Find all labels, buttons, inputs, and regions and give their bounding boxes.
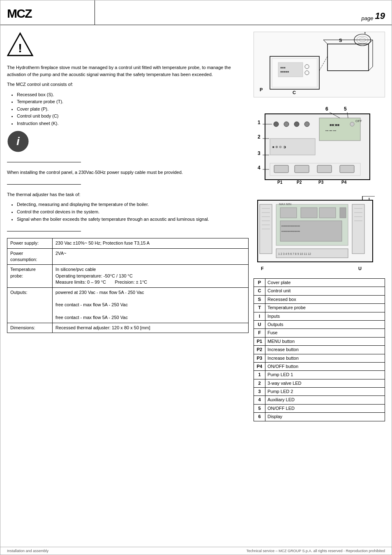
svg-text:MAX MIN: MAX MIN <box>279 203 291 206</box>
svg-text:T: T <box>364 32 367 35</box>
page-label: page <box>362 15 374 21</box>
right-column: ■■■ ■■■■■ P C S <box>254 32 385 421</box>
svg-point-39 <box>294 122 299 127</box>
main-content: ! The Hydrotherm fireplace stove must be… <box>0 25 392 428</box>
spec-label: Dimensions: <box>7 323 53 333</box>
legend-row: P3 Increase button <box>254 354 385 362</box>
svg-text:!: ! <box>18 41 22 55</box>
svg-text:P3: P3 <box>318 180 324 185</box>
svg-text:OFF: OFF <box>355 119 362 123</box>
svg-rect-46 <box>317 165 332 173</box>
section-divider-3 <box>7 231 81 231</box>
table-row: Outputs: powered at 230 Vac - max flow 5… <box>7 287 249 323</box>
spec-label: Outputs: <box>7 287 53 323</box>
page-wrapper: MCZ page 19 ! The Hydrotherm fireplace s… <box>0 0 392 555</box>
svg-point-37 <box>274 122 279 127</box>
legend-table: P Cover plate C Control unit S Recessed … <box>254 278 385 421</box>
svg-text:3: 3 <box>258 150 261 156</box>
diagram-bottom-svg: I <box>254 196 377 278</box>
legend-value: Auxiliary LED <box>265 396 385 404</box>
svg-line-25 <box>319 56 327 71</box>
svg-text:S: S <box>339 38 342 43</box>
svg-text:2: 2 <box>258 134 261 140</box>
legend-key: C <box>254 287 265 295</box>
legend-key: P4 <box>254 362 265 370</box>
spec-value: 230 Vac ±10%~ 50 Hz; Protection fuse T3,… <box>53 238 249 248</box>
legend-key: 2 <box>254 379 265 387</box>
legend-value: Fuse <box>265 329 385 337</box>
svg-rect-44 <box>274 165 288 173</box>
svg-text:U: U <box>358 266 362 271</box>
svg-text:■■:■■: ■■:■■ <box>330 123 339 127</box>
legend-key: I <box>254 312 265 320</box>
legend-value: Temperature probe <box>265 304 385 312</box>
spec-value: 2VA~ <box>53 248 249 265</box>
legend-key: 1 <box>254 371 265 379</box>
spec-label: Power supply: <box>7 238 53 248</box>
header: MCZ page 19 <box>0 0 392 25</box>
table-row: Temperature probe: In silicone/pvc cable… <box>7 265 249 287</box>
legend-row: 2 3-way valve LED <box>254 379 385 387</box>
footer-right: Technical service – MCZ GROUP S.p.A. all… <box>247 549 385 553</box>
legend-key: P2 <box>254 346 265 354</box>
legend-key: 6 <box>254 413 265 421</box>
legend-key: F <box>254 329 265 337</box>
legend-value: Increase button <box>265 354 385 362</box>
thermal-intro: The thermal adjuster has the task of: <box>7 191 249 198</box>
svg-rect-14 <box>327 44 369 71</box>
mcz-logo: MCZ <box>7 5 48 21</box>
svg-text:C: C <box>293 90 296 95</box>
svg-line-18 <box>369 67 373 71</box>
legend-row: S Recessed box <box>254 295 385 303</box>
svg-text:1: 1 <box>258 120 261 125</box>
spec-label: Temperature probe: <box>7 265 53 287</box>
legend-row: T Temperature probe <box>254 304 385 312</box>
legend-key: U <box>254 320 265 328</box>
svg-rect-72 <box>301 208 317 218</box>
legend-value: Outputs <box>265 320 385 328</box>
svg-text:5: 5 <box>344 106 347 112</box>
diagram-bottom: I <box>254 196 385 274</box>
svg-text:■■■: ■■■ <box>280 66 286 69</box>
legend-row: U Outputs <box>254 320 385 328</box>
list-item: Instruction sheet (K). <box>17 120 249 127</box>
diagram-top-svg: ■■■ ■■■■■ P C S <box>258 32 381 97</box>
legend-value: Cover plate <box>265 279 385 287</box>
table-row: Power supply: 230 Vac ±10%~ 50 Hz; Prote… <box>7 238 249 248</box>
table-row: Dimensions: Recessed thermal adjuster: 1… <box>7 323 249 333</box>
left-column: ! The Hydrotherm fireplace stove must be… <box>7 32 249 421</box>
legend-row: P1 MENU button <box>254 337 385 345</box>
svg-text:i: i <box>16 135 20 148</box>
table-row: Power consumption: 2VA~ <box>7 248 249 265</box>
legend-key: T <box>254 304 265 312</box>
svg-text:P1: P1 <box>277 180 283 185</box>
info-circle-icon: i <box>7 130 30 153</box>
spec-label: Power consumption: <box>7 248 53 265</box>
svg-rect-79 <box>352 204 364 254</box>
legend-row: C Control unit <box>254 287 385 295</box>
footer-left: Installation and assembly <box>7 549 48 553</box>
svg-point-58 <box>350 122 354 126</box>
legend-key: P1 <box>254 337 265 345</box>
diagram-middle-svg: 1 2 3 4 6 5 ■■:■■ ▪▪▪ ▪▪▪ ▪▪▪ OFF <box>254 102 377 196</box>
logo-area: MCZ <box>0 0 95 25</box>
svg-point-10 <box>305 65 309 69</box>
legend-key: 4 <box>254 396 265 404</box>
svg-text:P: P <box>260 87 263 92</box>
spec-value: powered at 230 Vac - max flow 5A - 250 V… <box>53 287 249 323</box>
legend-value: Control unit <box>265 287 385 295</box>
legend-value: Inputs <box>265 312 385 320</box>
legend-row: F Fuse <box>254 329 385 337</box>
list-item: Detecting, measuring and displaying the … <box>17 201 249 208</box>
legend-row: 5 ON/OFF LED <box>254 404 385 412</box>
legend-value: ON/OFF button <box>265 362 385 370</box>
mcz-consists-label: The MCZ control unit consists of: <box>7 81 249 88</box>
svg-rect-71 <box>280 208 297 218</box>
svg-text:1 2 3 4 5 6 7 8 9 10 11 12: 1 2 3 4 5 6 7 8 9 10 11 12 <box>278 252 311 255</box>
svg-text:4: 4 <box>258 165 261 171</box>
svg-text:▪▪▪▪▪▪▪▪▪▪▪▪▪▪▪▪: ▪▪▪▪▪▪▪▪▪▪▪▪▪▪▪▪ <box>281 229 300 233</box>
svg-text:P2: P2 <box>297 180 302 185</box>
specs-table: Power supply: 230 Vac ±10%~ 50 Hz; Prote… <box>7 238 249 333</box>
svg-text:▪▪▪▪▪▪▪▪▪▪▪▪▪▪▪▪: ▪▪▪▪▪▪▪▪▪▪▪▪▪▪▪▪ <box>281 224 300 228</box>
legend-row: P4 ON/OFF button <box>254 362 385 370</box>
